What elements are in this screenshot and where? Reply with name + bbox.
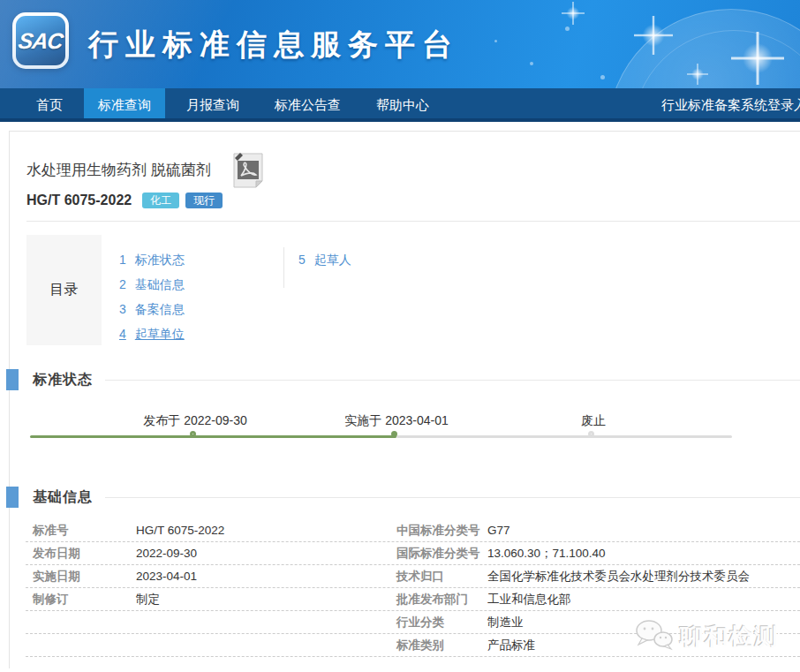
field-value: G77 bbox=[487, 524, 800, 537]
field-label: 批准发布部门 bbox=[396, 592, 487, 608]
industry-badge: 化工 bbox=[142, 193, 179, 208]
wechat-icon bbox=[634, 618, 675, 655]
globe-ring-graphic bbox=[632, 30, 800, 88]
decor-dot bbox=[530, 62, 533, 65]
toc-label: 备案信息 bbox=[135, 302, 185, 316]
timeline-inactive-segment bbox=[396, 435, 732, 438]
pdf-file-icon[interactable] bbox=[232, 152, 264, 192]
toc-num: 3 bbox=[119, 302, 126, 316]
toc-link-status[interactable]: 1标准状态 bbox=[119, 247, 283, 272]
toc-label: 基础信息 bbox=[135, 277, 185, 291]
site-header: SAC 行业标准信息服务平台 bbox=[0, 0, 800, 88]
field-value: 全国化学标准化技术委员会水处理剂分技术委员会 bbox=[487, 569, 800, 585]
sparkle-icon bbox=[562, 2, 585, 25]
section-rule bbox=[105, 380, 800, 381]
status-timeline: 发布于 2022-09-30 实施于 2023-04-01 废止 bbox=[10, 413, 800, 466]
table-row: 标准号 HG/T 6075-2022 中国标准分类号 G77 bbox=[26, 519, 800, 542]
toc-num: 5 bbox=[298, 253, 306, 267]
sparkle-icon bbox=[634, 16, 673, 55]
toc-num: 2 bbox=[119, 277, 126, 291]
watermark-text: 聊和检测 bbox=[680, 622, 779, 653]
field-label: 国际标准分类号 bbox=[396, 546, 487, 562]
section-marker bbox=[6, 487, 19, 508]
nav-item-monthly-report[interactable]: 月报查询 bbox=[172, 88, 253, 118]
field-label: 发布日期 bbox=[33, 546, 136, 562]
toc-link-filing-info[interactable]: 3备案信息 bbox=[119, 297, 283, 321]
decor-dot bbox=[565, 26, 570, 31]
sac-logo-text: SAC bbox=[17, 28, 64, 54]
field-value: 工业和信息化部 bbox=[487, 592, 800, 608]
sparkle-icon bbox=[687, 64, 708, 85]
field-value: 13.060.30；71.100.40 bbox=[487, 546, 800, 562]
toc-label: 标准状态 bbox=[135, 253, 185, 267]
timeline-label-implemented: 实施于 2023-04-01 bbox=[344, 413, 449, 429]
toc-num: 1 bbox=[119, 253, 126, 267]
toc-link-basic-info[interactable]: 2基础信息 bbox=[119, 272, 283, 297]
field-label: 技术归口 bbox=[396, 569, 487, 585]
field-label: 中国标准分类号 bbox=[396, 523, 487, 539]
field-label: 行业分类 bbox=[396, 615, 487, 630]
field-label: 实施日期 bbox=[33, 569, 136, 585]
table-row: 发布日期 2022-09-30 国际标准分类号 13.060.30；71.100… bbox=[26, 542, 800, 565]
nav-item-home[interactable]: 首页 bbox=[22, 88, 77, 118]
field-label: 标准号 bbox=[33, 523, 136, 539]
timeline-dot-abolished bbox=[588, 431, 594, 437]
table-row: 制修订 制定 批准发布部门 工业和信息化部 bbox=[26, 588, 800, 611]
toc-num: 4 bbox=[119, 327, 126, 341]
globe-graphic bbox=[608, 9, 800, 88]
table-row: 实施日期 2023-04-01 技术归口 全国化学标准化技术委员会水处理剂分技术… bbox=[26, 565, 800, 588]
site-title: 行业标准信息服务平台 bbox=[88, 25, 459, 65]
section-rule bbox=[105, 497, 800, 498]
timeline-dot-published bbox=[190, 431, 196, 437]
timeline-dot-implemented bbox=[391, 431, 397, 437]
main-nav: 首页 标准查询 月报查询 标准公告查 帮助中心 行业标准备案系统登录入 bbox=[0, 88, 800, 122]
toc-label: 起草单位 bbox=[135, 327, 185, 341]
basic-info-section-header: 基础信息 bbox=[10, 487, 800, 508]
nav-item-standard-search[interactable]: 标准查询 bbox=[84, 88, 165, 118]
decor-dot bbox=[600, 75, 605, 79]
sac-logo: SAC bbox=[12, 12, 69, 69]
filing-system-login-link[interactable]: 行业标准备案系统登录入 bbox=[661, 88, 800, 122]
field-value: HG/T 6075-2022 bbox=[136, 524, 396, 537]
timeline-active-segment bbox=[30, 435, 396, 438]
nav-item-announcement[interactable]: 标准公告查 bbox=[260, 88, 355, 118]
sparkle-icon bbox=[731, 32, 784, 85]
content-panel: 水处理用生物药剂 脱硫菌剂 HG/T 6075-2022 化工 现行 目录 1标… bbox=[9, 131, 800, 668]
toc-label: 起草人 bbox=[314, 253, 351, 267]
field-value: 2022-09-30 bbox=[136, 547, 396, 560]
timeline-label-abolished: 废止 bbox=[581, 413, 606, 429]
field-label: 制修订 bbox=[33, 592, 136, 608]
status-section-title: 标准状态 bbox=[33, 371, 93, 389]
standard-code: HG/T 6075-2022 bbox=[26, 193, 132, 208]
field-value: 制定 bbox=[136, 592, 396, 608]
timeline-label-published: 发布于 2022-09-30 bbox=[143, 413, 247, 429]
toc-link-drafters[interactable]: 5起草人 bbox=[298, 247, 351, 272]
status-section-header: 标准状态 bbox=[10, 369, 800, 390]
field-label: 标准类别 bbox=[396, 638, 487, 653]
table-of-contents: 目录 1标准状态 2基础信息 3备案信息 4起草单位 5起草人 bbox=[26, 235, 800, 345]
watermark: 聊和检测 bbox=[634, 618, 779, 655]
field-value: 2023-04-01 bbox=[136, 570, 396, 583]
decor-dot bbox=[494, 40, 497, 42]
toc-title: 目录 bbox=[26, 235, 102, 345]
divider bbox=[26, 221, 800, 222]
section-marker bbox=[6, 369, 19, 390]
nav-item-help-center[interactable]: 帮助中心 bbox=[362, 88, 443, 118]
toc-link-drafting-org[interactable]: 4起草单位 bbox=[119, 321, 283, 346]
basic-info-section-title: 基础信息 bbox=[33, 488, 93, 507]
standard-title: 水处理用生物药剂 脱硫菌剂 bbox=[26, 152, 211, 180]
status-badge: 现行 bbox=[185, 193, 223, 208]
